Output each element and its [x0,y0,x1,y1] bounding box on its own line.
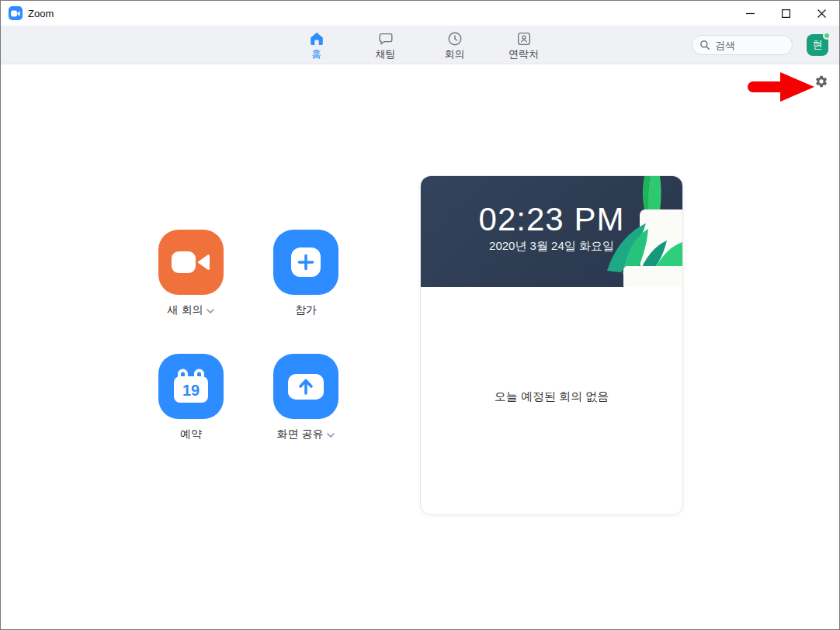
action-new-meeting: 새 회의 [158,230,224,317]
home-icon [308,30,325,47]
main-content: 새 회의 참가 [1,64,839,629]
share-screen-arrow-icon [273,354,338,419]
search-icon [699,40,710,50]
new-meeting-button[interactable] [158,230,224,295]
search-input[interactable] [715,40,785,51]
zoom-window: Zoom 홈 채팅 [0,0,840,630]
settings-gear-icon[interactable] [814,74,828,88]
window-controls [732,1,839,26]
action-join: 참가 [273,230,338,317]
share-screen-button[interactable] [273,354,338,419]
chevron-down-icon[interactable] [327,433,335,438]
search-box[interactable] [692,35,793,55]
no-meetings-message: 오늘 예정된 회의 없음 [421,389,682,404]
zoom-app-icon [9,6,23,20]
calendar-day-number: 19 [182,382,200,399]
maximize-button[interactable] [768,1,804,26]
plant-illustration [601,176,682,287]
join-label-row: 참가 [252,303,360,317]
join-button[interactable] [273,230,338,295]
share-screen-label: 화면 공유 [277,428,324,441]
meetings-clock-icon [446,30,463,47]
tab-chat-label: 채팅 [376,49,396,60]
window-title: Zoom [28,8,54,19]
avatar-initial: 현 [813,38,823,52]
video-camera-icon [158,230,224,295]
red-arrow-annotation [743,69,816,105]
clock-banner: 02:23 PM 2020년 3월 24일 화요일 [421,176,682,287]
tab-home-label: 홈 [311,49,321,60]
tab-home[interactable]: 홈 [282,26,351,64]
chat-icon [377,30,394,47]
plus-icon [273,230,338,295]
video-camera-glyph [11,10,20,17]
new-meeting-label-row: 새 회의 [137,303,245,317]
presence-status-dot [823,32,831,40]
tab-chat[interactable]: 채팅 [351,26,420,64]
avatar[interactable]: 현 [807,34,828,56]
share-screen-label-row: 화면 공유 [252,428,360,441]
calendar-icon: 19 [158,354,224,419]
action-share-screen: 화면 공유 [273,354,338,441]
title-bar: Zoom [1,1,839,26]
tab-meetings[interactable]: 회의 [420,26,489,64]
close-button[interactable] [804,1,839,26]
schedule-button[interactable]: 19 [158,354,224,419]
nav-tabs: 홈 채팅 회의 연락처 [282,26,558,64]
tab-contacts-label: 연락처 [509,49,539,60]
new-meeting-label: 새 회의 [168,303,203,317]
chevron-down-icon[interactable] [207,309,214,313]
schedule-label-row: 예약 [137,428,245,441]
tab-meetings-label: 회의 [445,49,465,60]
contacts-icon [515,30,533,47]
minimize-button[interactable] [732,1,768,26]
meetings-card: 02:23 PM 2020년 3월 24일 화요일 오늘 [420,175,683,515]
nav-bar: 홈 채팅 회의 연락처 [1,26,839,64]
tab-contacts[interactable]: 연락처 [489,26,558,64]
schedule-label: 예약 [180,428,202,441]
action-schedule: 19 예약 [158,354,224,441]
join-label: 참가 [295,303,317,317]
